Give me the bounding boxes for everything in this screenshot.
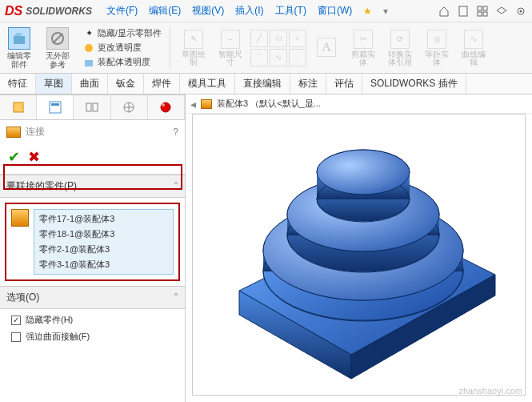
menu-insert[interactable]: 插入(I) [230,2,268,20]
rect-tool-icon[interactable]: ▭ [270,30,287,47]
line-tool-icon[interactable]: ╱ [250,30,268,47]
tab-plugins[interactable]: SOLIDWORKS 插件 [362,74,466,94]
edit-part-button[interactable]: 编辑零 部件 [0,22,38,73]
side-tabstrip [0,94,185,120]
svg-point-6 [520,10,522,12]
visibility-group: ✦ 隐藏/显示零部件 更改透明度 装配体透明度 [77,22,168,73]
menu-star[interactable]: ★ [358,3,377,19]
part-filter-icon[interactable] [11,209,29,227]
layers-icon[interactable] [495,5,508,18]
hide-show-label: 隐藏/显示零部件 [98,27,162,39]
command-title-row: 连接 ? [0,120,185,143]
text-tool-button[interactable]: A [310,26,343,70]
model-view[interactable] [192,114,526,396]
cancel-button[interactable]: ✖ [28,148,40,166]
svg-rect-2 [483,6,487,10]
point-tool-icon[interactable]: · [289,49,306,66]
tab-weldments[interactable]: 焊件 [144,74,180,94]
list-item[interactable]: 零件2-1@装配体3 [36,242,171,257]
arc-tool-icon[interactable]: ⌒ [250,49,268,66]
svg-rect-14 [51,103,59,106]
command-toolbar: 编辑零 部件 无外部 参考 ✦ 隐藏/显示零部件 更改透明度 装配体透明度 ✎ … [0,22,532,74]
assy-trans-button[interactable]: 装配体透明度 [83,56,162,68]
gear-icon[interactable] [514,5,527,18]
breadcrumb-label[interactable]: 装配体3 （默认<默认_显... [217,98,321,110]
offset-label: 等距实 体 [425,50,449,66]
list-item[interactable]: 零件3-1@装配体3 [36,257,171,272]
tab-sketch[interactable]: 草图 [36,74,72,94]
parts-section-label: 要联接的零件(P) [6,179,77,193]
tab-sheetmetal[interactable]: 钣金 [108,74,144,94]
svg-point-39 [317,150,410,195]
curve-button[interactable]: ∿ 曲线编 辑 [457,26,490,70]
force-surface-checkbox[interactable]: 强迫曲面接触(F) [11,331,174,343]
command-tab-strip: 特征 草图 曲面 钣金 焊件 模具工具 直接编辑 标注 评估 SOLIDWORK… [0,74,532,94]
side-tab-dimxpert[interactable] [111,95,148,119]
tab-moldtools[interactable]: 模具工具 [180,74,235,94]
help-icon[interactable]: ? [173,127,178,138]
collapse-icon[interactable]: ˄ [174,181,178,192]
change-trans-button[interactable]: 更改透明度 [83,42,162,54]
parts-to-join-box: 零件17-1@装配体3 零件18-1@装配体3 零件2-1@装配体3 零件3-1… [5,203,180,281]
circle-tool-icon[interactable]: ○ [289,30,306,47]
cube-trans-icon [83,57,94,68]
graphics-viewport[interactable]: ◂ 装配体3 （默认<默认_显... [186,94,532,402]
convert-button[interactable]: ⟳ 转换实 体引用 [383,26,417,70]
hide-parts-checkbox[interactable]: ✓ 隐藏零件(H) [11,314,174,326]
edit-part-icon [8,27,30,50]
parts-section-header[interactable]: 要联接的零件(P) ˄ [0,175,185,198]
curve-edit-icon: ∿ [464,30,483,49]
svg-point-10 [85,44,93,52]
join-feature-icon [6,127,21,138]
tab-surface[interactable]: 曲面 [72,74,108,94]
svg-rect-16 [93,103,98,111]
side-tab-feature-tree[interactable] [0,95,37,119]
side-tab-property-manager[interactable] [37,95,74,119]
parts-selection-list[interactable]: 零件17-1@装配体3 零件18-1@装配体3 零件2-1@装配体3 零件3-1… [34,209,174,275]
edit-part-label: 编辑零 部件 [7,51,31,69]
tab-features[interactable]: 特征 [0,74,36,94]
collapse-icon[interactable]: ˄ [174,292,178,304]
hide-parts-label: 隐藏零件(H) [26,314,73,326]
sketch-tools-grid: ╱ ▭ ○ ⌒ ∿ · [250,30,306,66]
smart-dim-button[interactable]: ↔ 智能尺 寸 [214,26,247,70]
dimension-icon: ↔ [221,30,240,49]
menu-bar: DS SOLIDWORKS 文件(F) 编辑(E) 视图(V) 插入(I) 工具… [0,0,532,22]
options-section-header[interactable]: 选项(O) ˄ [0,286,185,309]
breadcrumb-back-icon[interactable]: ◂ [190,98,196,111]
scissors-icon: ✂ [354,30,373,49]
menu-tools[interactable]: 工具(T) [270,2,311,20]
menu-edit[interactable]: 编辑(E) [144,2,186,20]
svg-rect-3 [478,12,482,16]
list-item[interactable]: 零件18-1@装配体3 [36,227,171,242]
menu-view[interactable]: 视图(V) [187,2,229,20]
grid-icon[interactable] [476,5,489,18]
tab-annotate[interactable]: 标注 [290,74,326,94]
menu-dropdown[interactable]: ▾ [378,3,393,19]
side-tab-config[interactable] [74,95,110,119]
svg-point-21 [162,103,165,107]
tab-evaluate[interactable]: 评估 [326,74,362,94]
spline-tool-icon[interactable]: ∿ [270,49,287,66]
hide-show-button[interactable]: ✦ 隐藏/显示零部件 [83,27,162,39]
menu-window[interactable]: 窗口(W) [313,2,357,20]
svg-rect-1 [478,6,482,10]
list-item[interactable]: 零件17-1@装配体3 [36,211,171,227]
menu-file[interactable]: 文件(F) [102,2,142,20]
ok-button[interactable]: ✔ [8,148,20,166]
svg-line-9 [53,34,62,43]
trim-button[interactable]: ✂ 剪裁实 体 [346,26,380,70]
toolbar-separator [170,27,170,68]
convert-label: 转换实 体引用 [388,50,412,66]
checkbox-checked-icon: ✓ [11,316,21,325]
tab-directedit[interactable]: 直接编辑 [235,74,290,94]
options-section-label: 选项(O) [6,291,39,304]
confirm-buttons: ✔ ✖ [0,143,185,175]
new-doc-icon[interactable] [457,5,470,18]
side-tab-display[interactable] [148,95,185,119]
sketch-tool-button[interactable]: ✎ 草图绘 制 [177,26,210,70]
no-ext-ref-button[interactable]: 无外部 参考 [38,22,77,73]
offset-button[interactable]: ◎ 等距实 体 [420,26,454,70]
main-area: 连接 ? ✔ ✖ 要联接的零件(P) ˄ 零件17-1@装配体3 零件18-1@… [0,94,532,402]
home-icon[interactable] [438,5,450,18]
